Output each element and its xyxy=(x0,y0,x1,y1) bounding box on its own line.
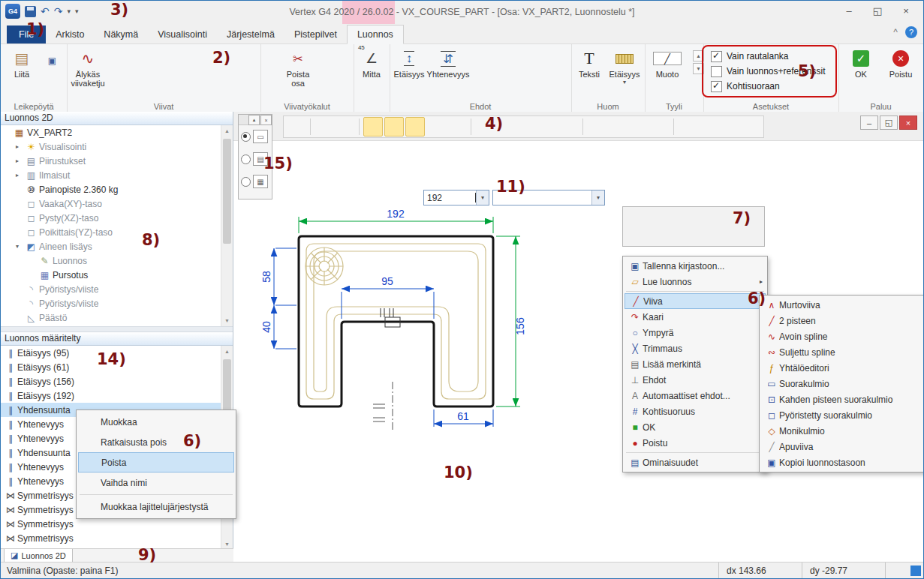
sketch-circle-mode-icon[interactable] xyxy=(685,208,702,225)
help-icon[interactable]: ? xyxy=(905,26,917,38)
submenu-closed-spline[interactable]: ∾ Suljettu spline xyxy=(761,344,924,360)
undo-icon[interactable]: ↶ xyxy=(41,6,50,16)
toolbar-overflow-icon[interactable]: ▾ xyxy=(75,8,79,15)
tack-right-icon[interactable] xyxy=(553,79,569,93)
snap-cursor-icon[interactable] xyxy=(384,117,404,136)
equal-constraint-icon[interactable] xyxy=(487,64,503,78)
two-point-circle-icon[interactable] xyxy=(162,79,178,93)
scroll-up-icon[interactable]: ▲ xyxy=(221,346,233,357)
tree-item-painopiste[interactable]: ⑩ Painopiste 2.360 kg xyxy=(1,182,233,196)
tree-item-pysty-xz-taso[interactable]: ◻ Pysty(XZ)-taso xyxy=(1,211,233,225)
diameter-constraint-icon[interactable] xyxy=(504,49,519,63)
redo-dropdown-icon[interactable]: ▾ xyxy=(67,8,71,15)
corner-round-icon[interactable] xyxy=(319,50,335,64)
exit-button[interactable]: × Poistu xyxy=(882,46,919,100)
view-mode-grid-row[interactable]: ▦ xyxy=(239,170,272,193)
expand-arrow-icon[interactable]: ▸ xyxy=(16,143,25,150)
menu-properties[interactable]: ▤ Ominaisuudet xyxy=(625,454,766,470)
text-button[interactable]: T Teksti xyxy=(573,46,606,100)
redo-icon[interactable]: ↷ xyxy=(54,6,63,16)
context-item-vaihda-nimi[interactable]: Vaihda nimi xyxy=(78,472,234,493)
panel-collapse-icon[interactable]: ▴ xyxy=(248,115,260,125)
pattern-constraint-icon[interactable] xyxy=(553,49,569,63)
angle-constraint-icon[interactable] xyxy=(471,49,486,63)
feature-list-icon[interactable] xyxy=(587,117,606,136)
tree-item-vx-part2[interactable]: ▦ VX_PART2 xyxy=(1,125,233,140)
center-rectangle-icon[interactable] xyxy=(162,49,178,63)
similar-constraint-icon[interactable] xyxy=(487,79,503,93)
sketch-branch-mode-icon[interactable] xyxy=(705,208,722,225)
measure-button[interactable]: 45∠ Mitta xyxy=(354,46,390,100)
paste-button[interactable]: ▤ Liitä xyxy=(4,46,40,100)
text-frame-icon[interactable] xyxy=(720,117,739,136)
pan-icon[interactable] xyxy=(741,117,760,136)
add-frame-icon[interactable] xyxy=(699,117,718,136)
constraint-item-symmetrisyys-4[interactable]: ⋈ Symmetrisyys xyxy=(1,531,233,545)
mirror-icon[interactable] xyxy=(262,65,278,80)
scroll-down-icon[interactable]: ▼ xyxy=(221,315,233,326)
submenu-rectangle[interactable]: ▭ Suorakulmio xyxy=(761,376,924,392)
menu-constraints[interactable]: ⊥ Ehdot ▸ xyxy=(625,372,766,388)
menu-arc[interactable]: ↷ Kaari xyxy=(625,309,766,325)
tree-item-vaaka-xy-taso[interactable]: ◻ Vaaka(XY)-taso xyxy=(1,196,233,211)
view-sheet-icon[interactable] xyxy=(559,117,579,136)
point-icon[interactable] xyxy=(197,64,212,78)
zoom-fit-icon[interactable] xyxy=(315,117,334,136)
tab-luonnos-2d[interactable]: ◪ Luonnos 2D xyxy=(4,549,73,562)
line-icon[interactable] xyxy=(110,49,126,63)
menu-load-sketch[interactable]: ▱ Lue luonnos ▸ xyxy=(625,274,766,290)
angle-line-icon[interactable] xyxy=(110,79,126,93)
sketch-line-mode-icon[interactable] xyxy=(665,208,682,225)
rhombus-constraint-icon[interactable] xyxy=(520,49,536,63)
shape-button[interactable]: ╱ Muoto xyxy=(646,46,688,100)
coincident-constraint-icon[interactable] xyxy=(504,64,519,78)
dim-left-upper-label[interactable]: 58 xyxy=(260,271,272,283)
submenu-two-point[interactable]: ╱ 2 pisteen xyxy=(761,313,924,328)
menu-add-annotation[interactable]: ▤ Lisää merkintä xyxy=(625,356,766,372)
delete-dims-icon[interactable] xyxy=(650,117,670,136)
expand-arrow-icon[interactable]: ▾ xyxy=(16,243,25,250)
note-distance-button[interactable]: Etäisyys ▾ xyxy=(607,46,642,100)
tree-item-aineen-lisays[interactable]: ▾ ◩ Aineen lisäys xyxy=(1,239,233,254)
menu-trim[interactable]: ╳ Trimmaus ▸ xyxy=(625,340,766,356)
menu-save-to-library[interactable]: ▣ Tallenna kirjastoon... xyxy=(625,258,766,274)
distance-constraint-button[interactable]: ↕ Etäisyys xyxy=(391,46,427,100)
swap-constraint-icon[interactable] xyxy=(520,64,536,78)
constraint-item-etaisyys-192[interactable]: ∥ Etäisyys (192) xyxy=(1,388,233,403)
tab-jarjestelma[interactable]: Järjestelmä xyxy=(217,26,284,44)
menu-ok[interactable]: ■ OK xyxy=(625,419,766,435)
concentric-constraint-icon[interactable] xyxy=(537,49,552,63)
circle-icon[interactable] xyxy=(179,49,195,63)
tree-item-ilmaisut[interactable]: ▸ ▥ Ilmaisut xyxy=(1,168,233,182)
copy-icon[interactable]: ▣ xyxy=(44,53,60,68)
vertical-constraint-icon[interactable] xyxy=(537,64,552,78)
spline-icon[interactable] xyxy=(128,79,143,93)
doc-minimize-button[interactable]: – xyxy=(860,116,878,130)
dim-left-lower-label[interactable]: 40 xyxy=(260,321,272,333)
view-side-icon[interactable] xyxy=(517,117,537,136)
context-item-ratkaisusta-pois[interactable]: Ratkaisusta pois xyxy=(78,432,234,452)
menu-exit[interactable]: ● Poistu xyxy=(625,435,766,451)
expand-arrow-icon[interactable]: ▸ xyxy=(16,158,25,164)
scroll-thumb[interactable] xyxy=(223,139,231,244)
menu-auto-constraints[interactable]: A Automaattiset ehdot... xyxy=(625,388,766,404)
tree-item-pursotus[interactable]: ▦ Pursotus xyxy=(1,268,233,282)
sketch-text-mode-icon[interactable] xyxy=(646,208,663,225)
wave-icon[interactable] xyxy=(179,79,195,93)
ok-button[interactable]: ✓ OK xyxy=(843,46,879,100)
copy-view-icon[interactable] xyxy=(608,117,628,136)
submenu-construction-line[interactable]: ╱ Apuviiva xyxy=(761,439,924,454)
radio-selected[interactable] xyxy=(241,132,251,142)
scroll-up-icon[interactable]: ▲ xyxy=(221,125,233,136)
submenu-open-spline[interactable]: ∿ Avoin spline xyxy=(761,328,924,344)
submenu-polygon[interactable]: ◇ Monikulmio xyxy=(761,423,924,439)
submenu-two-point-rectangle[interactable]: ⊡ Kahden pisteen suorakulmio xyxy=(761,392,924,407)
equal-diameter-icon[interactable] xyxy=(504,79,519,93)
submenu-polyline[interactable]: ∧ Murtoviiva xyxy=(761,297,924,313)
bottom-arc-icon[interactable] xyxy=(162,64,178,78)
close-button[interactable]: × xyxy=(892,1,920,20)
polygon-icon[interactable] xyxy=(145,64,161,78)
tab-pistepilvet[interactable]: Pistepilvet xyxy=(284,26,347,44)
coincidence-button[interactable]: ⇵ Yhtenevyys xyxy=(429,46,468,100)
collapse-ribbon-icon[interactable]: ^ xyxy=(893,27,898,38)
